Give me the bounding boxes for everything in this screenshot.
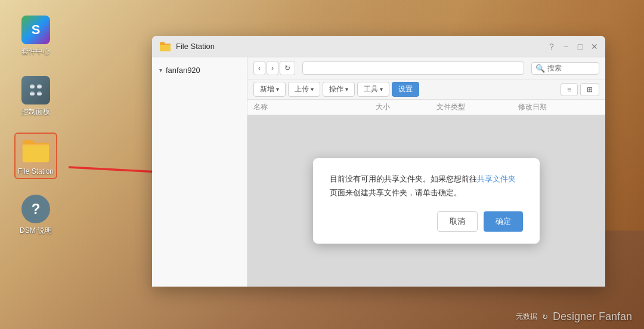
file-station-icon-img (21, 136, 50, 165)
confirm-button[interactable]: 确定 (484, 211, 523, 232)
col-size-header: 大小 (376, 102, 436, 112)
svg-rect-3 (37, 85, 42, 88)
back-button[interactable]: ‹ (253, 61, 265, 75)
action-toolbar: 新增 ▾ 上传 ▾ 操作 ▾ 工具 ▾ 设置 (247, 79, 605, 100)
file-list-body: 目前没有可用的共享文件夹。如果您想前往共享文件夹页面来创建共享文件夹，请单击确定… (247, 115, 605, 287)
col-type-header: 文件类型 (436, 102, 518, 112)
maximize-button[interactable]: □ (574, 41, 586, 53)
help-icon: ? (21, 195, 50, 223)
action-dropdown-icon: ▾ (345, 86, 348, 93)
window-body: ▾ fanfan920 ‹ › ↻ 🔍 (152, 57, 605, 287)
tools-dropdown-icon: ▾ (380, 86, 383, 93)
control-panel-label: 控制面板 (21, 107, 50, 117)
dsm-help-icon-img: ? (21, 195, 50, 223)
file-station-label: File Station (18, 167, 54, 176)
new-dropdown-icon: ▾ (276, 86, 279, 93)
refresh-icon[interactable]: ↻ (542, 313, 548, 321)
svg-rect-5 (30, 93, 35, 95)
desktop-icon-file-station[interactable]: File Station (14, 133, 57, 179)
dialog-message: 目前没有可用的共享文件夹。如果您想前往共享文件夹页面来创建共享文件夹，请单击确定… (330, 173, 523, 199)
suite-icon: S (21, 16, 50, 44)
close-button[interactable]: ✕ (589, 41, 600, 53)
nav-buttons: ‹ › ↻ (253, 61, 295, 75)
search-box: 🔍 (531, 62, 599, 75)
suite-center-icon-img: S (21, 16, 50, 44)
help-button[interactable]: ? (546, 41, 558, 53)
control-panel-icon-img (21, 76, 50, 104)
bottom-bar: 无数据 ↻ Designer Fanfan (516, 310, 632, 323)
dialog-text-link: 共享文件夹 (477, 174, 516, 183)
desktop-icon-control-panel[interactable]: 控制面板 (18, 72, 54, 121)
window-titlebar: File Station ? − □ ✕ (152, 36, 605, 57)
dialog-overlay: 目前没有可用的共享文件夹。如果您想前往共享文件夹页面来创建共享文件夹，请单击确定… (247, 115, 605, 287)
window-controls: ? − □ ✕ (546, 41, 600, 53)
tools-button[interactable]: 工具 ▾ (357, 82, 389, 97)
new-button[interactable]: 新增 ▾ (253, 82, 286, 97)
dialog: 目前没有可用的共享文件夹。如果您想前往共享文件夹页面来创建共享文件夹，请单击确定… (313, 158, 540, 243)
search-icon: 🔍 (535, 64, 545, 73)
col-date-header: 修改日期 (518, 102, 599, 112)
sidebar-username: fanfan920 (166, 66, 200, 75)
file-station-window: File Station ? − □ ✕ ▾ fanfan920 ‹ › ↻ (152, 36, 605, 287)
settings-button[interactable]: 设置 (392, 82, 419, 97)
desktop-icon-dsm-help[interactable]: ? DSM 说明 (16, 191, 55, 239)
upload-button[interactable]: 上传 ▾ (288, 82, 320, 97)
forward-button[interactable]: › (267, 61, 278, 75)
file-list-header: 名称 大小 文件类型 修改日期 (247, 100, 605, 115)
svg-rect-1 (30, 85, 35, 88)
upload-dropdown-icon: ▾ (311, 86, 314, 93)
dsm-help-label: DSM 说明 (20, 226, 52, 236)
watermark-text: Designer Fanfan (553, 310, 632, 323)
sidebar-user-item[interactable]: ▾ fanfan920 (152, 62, 247, 78)
window-main: ‹ › ↻ 🔍 新增 ▾ 上传 ▾ (247, 57, 605, 287)
svg-rect-7 (37, 93, 42, 95)
action-button[interactable]: 操作 ▾ (323, 82, 355, 97)
dialog-text-part1: 目前没有可用的共享文件夹。如果您想前往 (330, 174, 477, 183)
control-panel-icon (21, 76, 50, 104)
detail-view-button[interactable]: ⊞ (580, 83, 599, 96)
search-input[interactable] (547, 64, 595, 72)
refresh-button[interactable]: ↻ (280, 61, 295, 75)
col-name-header: 名称 (253, 102, 376, 112)
status-text: 无数据 (516, 312, 537, 322)
desktop-icon-suite-center[interactable]: S 套件中心 (18, 12, 54, 60)
minimize-button[interactable]: − (560, 41, 572, 53)
path-input[interactable] (302, 62, 524, 75)
window-title: File Station (176, 42, 215, 51)
window-sidebar: ▾ fanfan920 (152, 57, 247, 287)
suite-center-label: 套件中心 (21, 47, 50, 57)
dialog-actions: 取消 确定 (330, 211, 523, 232)
dialog-text-part2: 页面来创建共享文件夹，请单击确定。 (330, 188, 462, 197)
caret-icon: ▾ (159, 67, 162, 73)
cancel-button[interactable]: 取消 (437, 211, 478, 232)
nav-toolbar: ‹ › ↻ 🔍 (247, 57, 605, 79)
list-view-button[interactable]: ≡ (561, 83, 578, 96)
titlebar-folder-icon (159, 41, 171, 52)
desktop-icons-area: S 套件中心 控制面板 (0, 0, 72, 329)
folder-icon (21, 137, 50, 164)
